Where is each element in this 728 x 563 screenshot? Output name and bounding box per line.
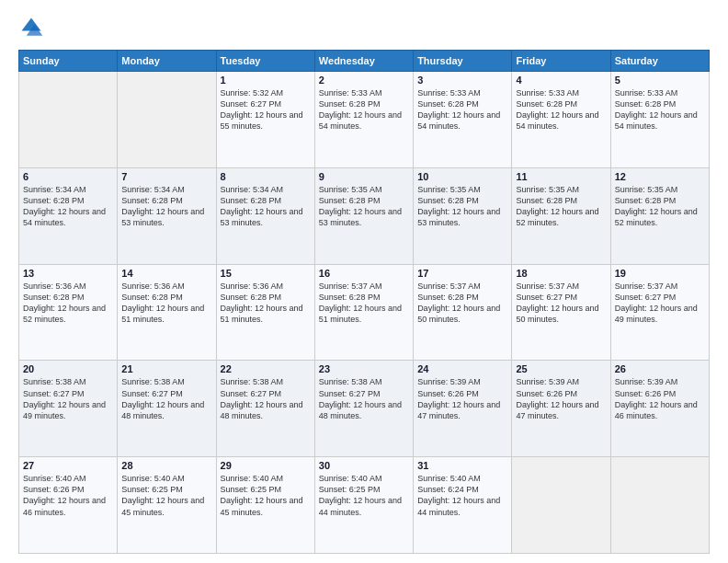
day-number: 29 xyxy=(221,460,311,471)
day-info: Sunrise: 5:40 AM Sunset: 6:25 PM Dayligh… xyxy=(221,473,311,518)
day-number: 15 xyxy=(221,268,311,279)
day-number: 2 xyxy=(319,75,409,86)
calendar-cell: 1Sunrise: 5:32 AM Sunset: 6:27 PM Daylig… xyxy=(216,72,314,168)
day-info: Sunrise: 5:35 AM Sunset: 6:28 PM Dayligh… xyxy=(615,184,705,229)
day-number: 25 xyxy=(516,363,606,374)
day-info: Sunrise: 5:33 AM Sunset: 6:28 PM Dayligh… xyxy=(516,87,606,132)
day-info: Sunrise: 5:40 AM Sunset: 6:25 PM Dayligh… xyxy=(319,473,409,518)
calendar-cell xyxy=(118,72,216,168)
calendar-cell: 16Sunrise: 5:37 AM Sunset: 6:28 PM Dayli… xyxy=(314,264,413,361)
day-info: Sunrise: 5:34 AM Sunset: 6:28 PM Dayligh… xyxy=(23,184,113,229)
calendar-cell: 14Sunrise: 5:36 AM Sunset: 6:28 PM Dayli… xyxy=(118,264,216,361)
calendar-cell: 19Sunrise: 5:37 AM Sunset: 6:27 PM Dayli… xyxy=(610,264,709,361)
calendar-day-header: Monday xyxy=(118,51,216,72)
day-number: 28 xyxy=(121,460,211,471)
calendar-cell: 27Sunrise: 5:40 AM Sunset: 6:26 PM Dayli… xyxy=(19,457,118,554)
day-info: Sunrise: 5:34 AM Sunset: 6:28 PM Dayligh… xyxy=(221,184,311,229)
calendar-cell: 24Sunrise: 5:39 AM Sunset: 6:26 PM Dayli… xyxy=(414,361,512,457)
day-number: 9 xyxy=(319,171,409,182)
calendar-cell: 29Sunrise: 5:40 AM Sunset: 6:25 PM Dayli… xyxy=(216,457,314,554)
calendar-day-header: Saturday xyxy=(610,51,709,72)
day-number: 31 xyxy=(417,460,507,471)
day-number: 30 xyxy=(319,460,409,471)
day-info: Sunrise: 5:38 AM Sunset: 6:27 PM Dayligh… xyxy=(23,376,113,421)
day-info: Sunrise: 5:36 AM Sunset: 6:28 PM Dayligh… xyxy=(121,281,211,326)
day-number: 4 xyxy=(516,75,606,86)
calendar-header-row: SundayMondayTuesdayWednesdayThursdayFrid… xyxy=(19,51,710,72)
calendar-cell: 11Sunrise: 5:35 AM Sunset: 6:28 PM Dayli… xyxy=(512,167,610,264)
day-number: 19 xyxy=(615,268,705,279)
day-info: Sunrise: 5:39 AM Sunset: 6:26 PM Dayligh… xyxy=(417,376,507,421)
day-number: 24 xyxy=(417,363,507,374)
day-number: 5 xyxy=(615,75,705,86)
calendar-cell: 22Sunrise: 5:38 AM Sunset: 6:27 PM Dayli… xyxy=(216,361,314,457)
calendar-cell: 8Sunrise: 5:34 AM Sunset: 6:28 PM Daylig… xyxy=(216,167,314,264)
calendar-cell: 25Sunrise: 5:39 AM Sunset: 6:26 PM Dayli… xyxy=(512,361,610,457)
day-info: Sunrise: 5:39 AM Sunset: 6:26 PM Dayligh… xyxy=(516,376,606,421)
day-info: Sunrise: 5:37 AM Sunset: 6:28 PM Dayligh… xyxy=(319,281,409,326)
day-number: 20 xyxy=(23,363,113,374)
day-number: 21 xyxy=(121,363,211,374)
day-info: Sunrise: 5:38 AM Sunset: 6:27 PM Dayligh… xyxy=(319,376,409,421)
calendar-cell: 9Sunrise: 5:35 AM Sunset: 6:28 PM Daylig… xyxy=(314,167,413,264)
calendar-day-header: Sunday xyxy=(19,51,118,72)
calendar-day-header: Tuesday xyxy=(216,51,314,72)
day-info: Sunrise: 5:40 AM Sunset: 6:26 PM Dayligh… xyxy=(23,473,113,518)
day-number: 11 xyxy=(516,171,606,182)
page: SundayMondayTuesdayWednesdayThursdayFrid… xyxy=(0,0,728,563)
day-info: Sunrise: 5:33 AM Sunset: 6:28 PM Dayligh… xyxy=(615,87,705,132)
calendar-cell xyxy=(610,457,709,554)
calendar-week-row: 6Sunrise: 5:34 AM Sunset: 6:28 PM Daylig… xyxy=(19,167,710,264)
day-info: Sunrise: 5:37 AM Sunset: 6:27 PM Dayligh… xyxy=(516,281,606,326)
day-info: Sunrise: 5:40 AM Sunset: 6:25 PM Dayligh… xyxy=(121,473,211,518)
calendar-cell: 18Sunrise: 5:37 AM Sunset: 6:27 PM Dayli… xyxy=(512,264,610,361)
day-info: Sunrise: 5:36 AM Sunset: 6:28 PM Dayligh… xyxy=(221,281,311,326)
day-info: Sunrise: 5:40 AM Sunset: 6:24 PM Dayligh… xyxy=(417,473,507,518)
day-number: 23 xyxy=(319,363,409,374)
day-info: Sunrise: 5:35 AM Sunset: 6:28 PM Dayligh… xyxy=(319,184,409,229)
day-number: 7 xyxy=(121,171,211,182)
day-info: Sunrise: 5:32 AM Sunset: 6:27 PM Dayligh… xyxy=(221,87,311,132)
day-info: Sunrise: 5:35 AM Sunset: 6:28 PM Dayligh… xyxy=(516,184,606,229)
calendar-cell: 17Sunrise: 5:37 AM Sunset: 6:28 PM Dayli… xyxy=(414,264,512,361)
calendar-cell: 2Sunrise: 5:33 AM Sunset: 6:28 PM Daylig… xyxy=(314,72,413,168)
calendar-cell: 10Sunrise: 5:35 AM Sunset: 6:28 PM Dayli… xyxy=(414,167,512,264)
day-info: Sunrise: 5:36 AM Sunset: 6:28 PM Dayligh… xyxy=(23,281,113,326)
day-info: Sunrise: 5:39 AM Sunset: 6:26 PM Dayligh… xyxy=(615,376,705,421)
day-info: Sunrise: 5:37 AM Sunset: 6:28 PM Dayligh… xyxy=(417,281,507,326)
header xyxy=(18,15,710,40)
calendar-cell: 26Sunrise: 5:39 AM Sunset: 6:26 PM Dayli… xyxy=(610,361,709,457)
day-info: Sunrise: 5:33 AM Sunset: 6:28 PM Dayligh… xyxy=(417,87,507,132)
day-number: 17 xyxy=(417,268,507,279)
logo xyxy=(18,15,48,40)
calendar-day-header: Wednesday xyxy=(314,51,413,72)
calendar-cell xyxy=(19,72,118,168)
calendar-cell xyxy=(512,457,610,554)
day-number: 16 xyxy=(319,268,409,279)
day-info: Sunrise: 5:34 AM Sunset: 6:28 PM Dayligh… xyxy=(121,184,211,229)
day-number: 3 xyxy=(417,75,507,86)
calendar-week-row: 27Sunrise: 5:40 AM Sunset: 6:26 PM Dayli… xyxy=(19,457,710,554)
calendar-day-header: Friday xyxy=(512,51,610,72)
calendar-cell: 3Sunrise: 5:33 AM Sunset: 6:28 PM Daylig… xyxy=(414,72,512,168)
logo-icon xyxy=(18,15,44,40)
calendar-week-row: 13Sunrise: 5:36 AM Sunset: 6:28 PM Dayli… xyxy=(19,264,710,361)
day-number: 10 xyxy=(417,171,507,182)
day-number: 22 xyxy=(221,363,311,374)
calendar-week-row: 1Sunrise: 5:32 AM Sunset: 6:27 PM Daylig… xyxy=(19,72,710,168)
day-info: Sunrise: 5:38 AM Sunset: 6:27 PM Dayligh… xyxy=(221,376,311,421)
day-number: 1 xyxy=(221,75,311,86)
day-number: 8 xyxy=(221,171,311,182)
calendar-cell: 7Sunrise: 5:34 AM Sunset: 6:28 PM Daylig… xyxy=(118,167,216,264)
calendar-cell: 5Sunrise: 5:33 AM Sunset: 6:28 PM Daylig… xyxy=(610,72,709,168)
day-number: 13 xyxy=(23,268,113,279)
day-number: 12 xyxy=(615,171,705,182)
calendar-cell: 13Sunrise: 5:36 AM Sunset: 6:28 PM Dayli… xyxy=(19,264,118,361)
day-info: Sunrise: 5:33 AM Sunset: 6:28 PM Dayligh… xyxy=(319,87,409,132)
calendar-cell: 15Sunrise: 5:36 AM Sunset: 6:28 PM Dayli… xyxy=(216,264,314,361)
day-info: Sunrise: 5:38 AM Sunset: 6:27 PM Dayligh… xyxy=(121,376,211,421)
calendar-cell: 4Sunrise: 5:33 AM Sunset: 6:28 PM Daylig… xyxy=(512,72,610,168)
calendar-cell: 12Sunrise: 5:35 AM Sunset: 6:28 PM Dayli… xyxy=(610,167,709,264)
calendar-cell: 23Sunrise: 5:38 AM Sunset: 6:27 PM Dayli… xyxy=(314,361,413,457)
day-number: 18 xyxy=(516,268,606,279)
